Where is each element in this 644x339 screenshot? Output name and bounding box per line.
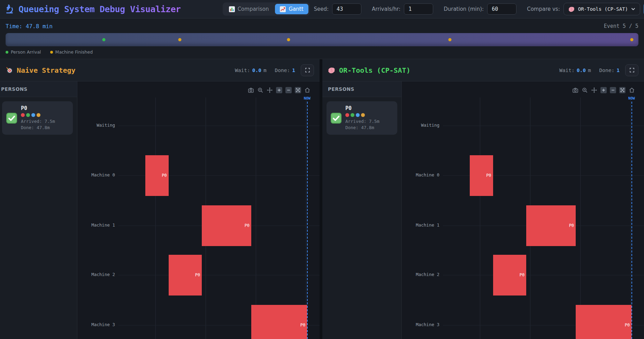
timeline-event-dot-machine-finished[interactable] (448, 38, 451, 41)
expand-button[interactable] (301, 64, 314, 76)
person-arrived: Arrived: 7.5m (21, 118, 55, 125)
gantt-bar-label: P0 (245, 223, 250, 228)
plot-modebar (248, 87, 310, 93)
gantt-bar[interactable]: P0 (169, 255, 202, 295)
app-window: Queueing System Debug Visualizer Compari… (0, 0, 644, 339)
gridline-vertical (480, 97, 480, 339)
toggle-comparison-label: Comparison (238, 6, 269, 12)
person-card[interactable]: P0 Arrived: 7.5m Done: 47.8m (2, 101, 73, 135)
gantt-bar-label: P0 (520, 273, 524, 277)
zoom-icon[interactable] (257, 87, 263, 93)
gantt-bar[interactable]: P0 (202, 205, 251, 246)
row-label: Waiting (402, 123, 439, 128)
panel-ortools-header: OR-Tools (CP-SAT) Wait: 0.0 m Done: 1 (322, 59, 644, 81)
timeline-track[interactable] (6, 33, 638, 46)
gridline-vertical (306, 97, 306, 339)
done-label: Done: (275, 68, 290, 73)
gridline-vertical (256, 97, 256, 339)
timeline-event-dot-person-arrival[interactable] (102, 38, 105, 41)
person-status-dot (345, 113, 349, 117)
done-value: 1 (616, 68, 620, 73)
compare-select[interactable]: OR-Tools (CP-SAT) (564, 3, 640, 15)
gantt-chart-ortools[interactable]: WaitingMachine 0Machine 1Machine 2Machin… (402, 81, 644, 339)
gantt-bar[interactable]: P0 (470, 155, 493, 196)
view-toggle: Comparison Gantt (223, 2, 310, 16)
panel-title: Naive Strategy (6, 66, 76, 74)
pan-icon[interactable] (267, 87, 273, 93)
row-label: Waiting (77, 123, 115, 128)
gantt-bar[interactable]: P0 (145, 155, 169, 196)
toggle-gantt[interactable]: Gantt (275, 4, 308, 14)
panel-stats: Wait: 0.0 m Done: 1 (235, 68, 295, 73)
chevron-down-icon (631, 8, 635, 10)
legend-machine-finished-label: Machine Finished (55, 49, 93, 55)
header-controls: Seed: Arrivals/hr: Duration (min): Compa… (314, 3, 644, 15)
reset-home-icon[interactable] (629, 87, 635, 93)
camera-icon[interactable] (572, 87, 578, 93)
toggle-comparison[interactable]: Comparison (224, 4, 274, 14)
wait-label: Wait: (235, 68, 250, 73)
person-name: P0 (21, 105, 55, 111)
row-label: Machine 1 (77, 222, 115, 228)
gantt-bar[interactable]: P0 (493, 255, 527, 295)
gantt-chart-icon (280, 6, 286, 12)
arrivals-input[interactable] (404, 3, 433, 15)
panel-title-text: Naive Strategy (17, 66, 76, 74)
person-dots (345, 113, 380, 117)
gantt-bar[interactable]: P0 (576, 305, 631, 339)
reset-home-icon[interactable] (304, 87, 310, 93)
panel-body: PERSONS P0 Arrived: 7.5m Done: 47.8m (322, 81, 644, 339)
expand-button[interactable] (625, 64, 638, 76)
expand-corners-icon (629, 68, 635, 73)
dartboard-icon (6, 66, 13, 74)
event-counter: Event 5 / 5 (604, 23, 638, 29)
done-value: 1 (292, 68, 295, 73)
person-dots (21, 113, 55, 117)
pan-icon[interactable] (591, 87, 597, 93)
gridline-horizontal (118, 126, 320, 126)
person-status-dot (21, 113, 25, 117)
person-status-dot (351, 113, 354, 117)
autoscale-icon[interactable] (295, 87, 301, 93)
seed-label: Seed: (314, 6, 329, 12)
gridline-horizontal (118, 275, 320, 275)
toggle-gantt-label: Gantt (289, 6, 303, 12)
panel-title: OR-Tools (CP-SAT) (328, 66, 411, 74)
persons-header: PERSONS (322, 81, 401, 97)
row-label: Machine 0 (402, 172, 439, 178)
timeline-section: Time: 47.8 min Event 5 / 5 Person Arriva… (0, 18, 644, 59)
person-arrival-dot-icon (6, 51, 8, 54)
zoom-out-icon[interactable] (285, 87, 292, 93)
gridline-vertical (155, 97, 156, 339)
now-line (631, 102, 632, 339)
camera-icon[interactable] (248, 87, 254, 93)
autoscale-icon[interactable] (619, 87, 626, 93)
zoom-in-icon[interactable] (276, 87, 282, 93)
person-info: P0 Arrived: 7.5m Done: 47.8m (21, 105, 55, 131)
zoom-icon[interactable] (582, 87, 588, 93)
person-status-dot (356, 113, 360, 117)
duration-input[interactable] (487, 3, 516, 15)
gantt-bar-label: P0 (300, 323, 305, 328)
wait-value: 0.0 (577, 68, 586, 73)
person-arrived: Arrived: 7.5m (345, 118, 380, 125)
gantt-bar[interactable]: P0 (526, 205, 576, 246)
gantt-chart-naive[interactable]: WaitingMachine 0Machine 1Machine 2Machin… (77, 81, 320, 339)
timeline-legend: Person Arrival Machine Finished (6, 49, 638, 55)
gridline-horizontal (443, 126, 644, 126)
gantt-bar[interactable]: P0 (251, 305, 307, 339)
row-label: Machine 3 (77, 322, 115, 327)
timeline-event-dot-machine-finished[interactable] (178, 38, 182, 41)
person-status-dot (26, 113, 30, 117)
zoom-out-icon[interactable] (610, 87, 616, 93)
check-icon (6, 113, 17, 124)
seed-input[interactable] (332, 3, 361, 15)
wait-label: Wait: (559, 68, 575, 73)
person-card[interactable]: P0 Arrived: 7.5m Done: 47.8m (327, 101, 397, 135)
timeline-event-dot-machine-finished[interactable] (630, 38, 634, 41)
zoom-in-icon[interactable] (600, 87, 607, 93)
panel-ortools: OR-Tools (CP-SAT) Wait: 0.0 m Done: 1 PE… (322, 59, 644, 339)
timeline-event-dot-machine-finished[interactable] (287, 38, 290, 41)
machine-finished-dot-icon (50, 51, 53, 54)
gridline-vertical (630, 97, 631, 339)
